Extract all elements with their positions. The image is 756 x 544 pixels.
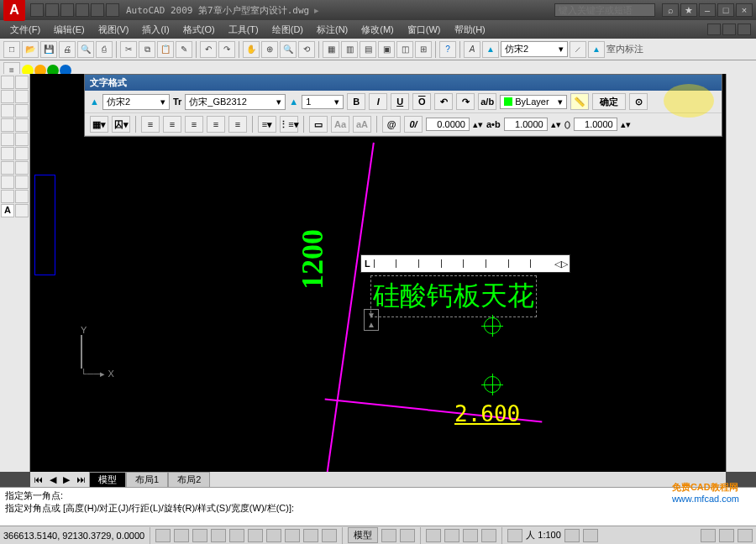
star-icon[interactable]: ★ [680, 3, 697, 17]
annot-height-icon[interactable]: ▲ [289, 97, 298, 107]
menu-edit[interactable]: 编辑(E) [49, 22, 90, 38]
clean-screen-icon[interactable] [738, 529, 753, 542]
lowercase-icon[interactable]: aA [353, 116, 371, 133]
publish-icon[interactable]: ⎙ [96, 41, 113, 58]
ssm-icon[interactable]: ▣ [378, 41, 395, 58]
tracking-input[interactable]: 0.0000 [426, 118, 470, 131]
ws-switch-icon[interactable] [701, 529, 716, 542]
tab-nav-first-icon[interactable]: ⏮ [30, 474, 46, 484]
numbering-icon[interactable]: ⋮≡▾ [280, 116, 298, 133]
menu-file[interactable]: 文件(F) [5, 22, 45, 38]
menu-dimension[interactable]: 标注(N) [312, 22, 353, 38]
line-icon[interactable] [1, 76, 14, 89]
menu-window[interactable]: 窗口(W) [402, 22, 446, 38]
layout-quick-icon[interactable] [381, 529, 396, 542]
tab-layout1[interactable]: 布局1 [126, 472, 168, 488]
qat-open-icon[interactable] [45, 3, 59, 17]
command-line[interactable]: 指定第一角点: 指定对角点或 [高度(H)/对正(J)/行距(L)/旋转(R)/… [0, 487, 756, 526]
height-select[interactable]: 1▾ [302, 95, 344, 109]
mdi-restore-icon[interactable] [722, 24, 736, 35]
align-justify-icon[interactable]: ≡ [207, 116, 225, 133]
qat-new-icon[interactable] [30, 3, 44, 17]
addsel-icon[interactable] [15, 204, 29, 217]
zoom-rt-icon[interactable]: ⊕ [261, 41, 278, 58]
grid-toggle[interactable] [174, 529, 189, 542]
oblique-icon[interactable]: 0/ [404, 116, 423, 133]
redo2-icon[interactable]: ↷ [456, 93, 475, 110]
menu-draw[interactable]: 绘图(D) [267, 22, 308, 38]
field-icon[interactable]: ▭ [309, 116, 328, 133]
tab-layout2[interactable]: 布局2 [168, 472, 210, 488]
textstyle-icon[interactable]: A [464, 41, 480, 58]
lwt-toggle[interactable] [303, 529, 318, 542]
align-center-icon[interactable]: ≡ [163, 116, 181, 133]
polar-toggle[interactable] [211, 529, 226, 542]
qat-print-icon[interactable] [106, 3, 119, 17]
preview-icon[interactable]: 🔍 [77, 41, 94, 58]
color-select[interactable]: ByLayer▾ [500, 95, 567, 109]
tab-nav-next-icon[interactable]: ▶ [60, 474, 73, 485]
markup-icon[interactable]: ◫ [396, 41, 413, 58]
match-icon[interactable]: ✎ [176, 41, 192, 58]
menu-modify[interactable]: 修改(M) [356, 22, 399, 38]
wheel-icon[interactable] [463, 529, 478, 542]
paste-icon[interactable]: 📋 [157, 41, 174, 58]
snap-toggle[interactable] [155, 529, 171, 542]
ruler-arrows-icon[interactable]: ◁▷ [553, 259, 570, 269]
region-icon[interactable] [1, 190, 14, 203]
gradient-icon[interactable] [15, 175, 29, 189]
widthfactor-input[interactable]: 1.0000 [504, 118, 548, 131]
toolbar-lock-icon[interactable] [719, 529, 734, 542]
style-select[interactable]: 仿宋2▾ [102, 94, 170, 110]
font-select[interactable]: 仿宋_GB2312▾ [185, 94, 286, 110]
dyn-toggle[interactable] [285, 529, 300, 542]
rect-icon[interactable] [1, 104, 14, 118]
osnap-toggle[interactable] [229, 529, 244, 542]
stack-icon[interactable]: a/b [478, 93, 496, 110]
dc-icon[interactable]: ▥ [341, 41, 358, 58]
otrack-toggle[interactable] [248, 529, 263, 542]
annot-style-icon[interactable]: ▲ [90, 97, 99, 107]
ruler-tab-l[interactable]: L [361, 259, 374, 269]
italic-button[interactable]: I [369, 93, 387, 110]
minimize-icon[interactable]: – [699, 3, 716, 17]
spline-icon[interactable] [1, 133, 14, 146]
new-icon[interactable]: □ [3, 41, 20, 58]
props-icon[interactable]: ▦ [323, 41, 339, 58]
pan2-icon[interactable] [426, 529, 441, 542]
ellarc-icon[interactable] [1, 147, 14, 160]
help-online-icon[interactable]: ⌕ [662, 3, 679, 17]
redo-icon[interactable]: ↷ [218, 41, 235, 58]
quickview-icon[interactable] [400, 529, 415, 542]
annot2-icon[interactable]: ▲ [588, 41, 605, 58]
zoom-prev-icon[interactable]: ⟲ [298, 41, 315, 58]
copy-icon[interactable]: ⧉ [139, 41, 155, 58]
showmotion-icon[interactable] [481, 529, 496, 542]
menu-format[interactable]: 格式(O) [178, 22, 220, 38]
annot-auto-icon[interactable] [583, 529, 598, 542]
justify-icon[interactable]: 囚▾ [112, 116, 130, 133]
calc-icon[interactable]: ⊞ [415, 41, 432, 58]
arc-icon[interactable] [15, 104, 29, 118]
bold-button[interactable]: B [347, 93, 365, 110]
dimstyle-icon[interactable]: ⟋ [570, 41, 586, 58]
insert-icon[interactable] [15, 147, 29, 160]
annot-icon[interactable]: ▲ [482, 41, 499, 58]
mtext-icon[interactable]: A [1, 204, 14, 217]
menu-view[interactable]: 视图(V) [93, 22, 134, 38]
point-icon[interactable] [15, 161, 29, 175]
annotation-scale[interactable]: 人 1:100 [526, 529, 561, 541]
uppercase-icon[interactable]: Aa [331, 116, 349, 133]
qat-redo-icon[interactable] [91, 3, 104, 17]
zoom-win-icon[interactable]: 🔍 [280, 41, 297, 58]
maximize-icon[interactable]: □ [717, 3, 734, 17]
app-logo[interactable]: A [3, 0, 25, 21]
revcloud-icon[interactable] [15, 118, 29, 132]
pan-icon[interactable]: ✋ [243, 41, 260, 58]
hatch-icon[interactable] [1, 175, 14, 189]
model-space-button[interactable]: 模型 [348, 527, 378, 543]
align-right-icon[interactable]: ≡ [185, 116, 203, 133]
mdi-close-icon[interactable] [738, 24, 751, 35]
annot-vis-icon[interactable] [564, 529, 580, 542]
plot-icon[interactable]: 🖨 [59, 41, 76, 58]
